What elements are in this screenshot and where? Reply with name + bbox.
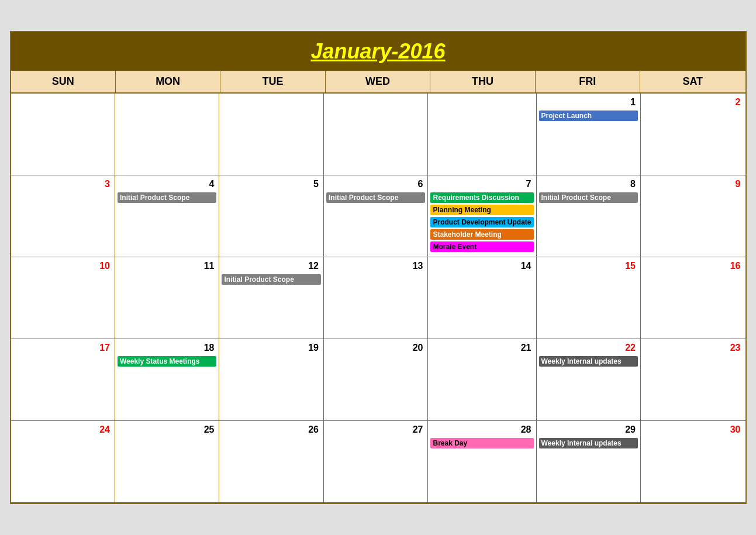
day-cell: 18Weekly Status Meetings (115, 339, 220, 421)
day-cell: 1Project Launch (537, 94, 641, 175)
day-header-tue: TUE (220, 71, 325, 92)
calendar-event[interactable]: Product Development Update (430, 217, 533, 227)
day-number: 4 (118, 178, 217, 191)
day-number: 7 (430, 178, 533, 191)
day-cell (428, 94, 536, 175)
day-cell: 10 (11, 257, 115, 339)
day-cell: 20 (324, 339, 428, 421)
calendar-grid: 1Project Launch234Initial Product Scope5… (11, 94, 745, 503)
day-number: 5 (222, 178, 321, 191)
calendar-event[interactable]: Weekly Status Meetings (118, 356, 217, 367)
day-cell: 30 (641, 421, 745, 503)
day-number: 30 (643, 423, 743, 436)
day-cell: 14 (428, 257, 536, 339)
calendar-event[interactable]: Stakeholder Meeting (430, 229, 533, 240)
day-number: 6 (326, 178, 425, 191)
day-cell: 28Break Day (428, 421, 536, 503)
day-header-sun: SUN (11, 71, 116, 92)
day-number: 19 (222, 341, 321, 354)
calendar-event[interactable]: Morale Event (430, 241, 533, 252)
calendar-event[interactable]: Initial Product Scope (222, 274, 321, 285)
day-header-thu: THU (430, 71, 535, 92)
day-header-mon: MON (116, 71, 220, 92)
calendar-header: January-2016 (11, 32, 745, 71)
day-cell: 9 (641, 175, 745, 257)
day-cell: 4Initial Product Scope (115, 175, 220, 257)
day-number: 15 (539, 260, 638, 272)
day-number: 3 (13, 178, 112, 191)
day-cell: 19 (219, 339, 324, 421)
day-number: 25 (118, 423, 217, 436)
day-cell: 11 (115, 257, 220, 339)
day-cell: 13 (324, 257, 428, 339)
calendar-event[interactable]: Weekly Internal updates (539, 438, 638, 448)
day-number: 9 (643, 178, 743, 191)
day-cell: 23 (641, 339, 745, 421)
day-number: 20 (326, 341, 425, 354)
day-number: 18 (118, 341, 217, 354)
day-number: 10 (13, 260, 112, 272)
day-cell: 16 (641, 257, 745, 339)
day-number: 13 (326, 260, 425, 272)
day-number: 28 (430, 423, 533, 436)
day-cell: 5 (219, 175, 324, 257)
day-cell: 2 (641, 94, 745, 175)
calendar-event[interactable]: Planning Meeting (430, 205, 533, 215)
day-number: 12 (222, 260, 321, 272)
day-number: 24 (13, 423, 112, 436)
day-cell: 7Requirements DiscussionPlanning Meeting… (428, 175, 536, 257)
day-cell: 22Weekly Internal updates (537, 339, 641, 421)
day-number: 2 (643, 96, 743, 109)
calendar-title: January-2016 (11, 39, 745, 64)
day-cell (11, 94, 115, 175)
day-cell (219, 94, 324, 175)
calendar-event[interactable]: Initial Product Scope (539, 192, 638, 203)
day-cell: 27 (324, 421, 428, 503)
calendar-event[interactable]: Initial Product Scope (118, 192, 217, 203)
day-cell: 21 (428, 339, 536, 421)
day-number: 27 (326, 423, 425, 436)
day-cell: 6Initial Product Scope (324, 175, 428, 257)
day-cell: 12Initial Product Scope (219, 257, 324, 339)
day-headers-row: SUNMONTUEWEDTHUFRISAT (11, 71, 745, 94)
day-number: 26 (222, 423, 321, 436)
calendar-event[interactable]: Weekly Internal updates (539, 356, 638, 367)
day-number: 1 (539, 96, 638, 109)
day-number: 17 (13, 341, 112, 354)
day-cell: 15 (537, 257, 641, 339)
day-number: 14 (430, 260, 533, 272)
day-cell: 8Initial Product Scope (537, 175, 641, 257)
day-header-sat: SAT (640, 71, 745, 92)
day-number: 21 (430, 341, 533, 354)
day-cell: 25 (115, 421, 220, 503)
calendar-event[interactable]: Project Launch (539, 111, 638, 121)
day-number: 8 (539, 178, 638, 191)
day-cell: 17 (11, 339, 115, 421)
day-cell: 29Weekly Internal updates (537, 421, 641, 503)
calendar-event[interactable]: Break Day (430, 438, 533, 448)
day-number: 16 (643, 260, 743, 272)
day-cell: 3 (11, 175, 115, 257)
calendar-event[interactable]: Requirements Discussion (430, 192, 533, 203)
calendar-event[interactable]: Initial Product Scope (326, 192, 425, 203)
day-cell: 24 (11, 421, 115, 503)
day-number: 23 (643, 341, 743, 354)
day-cell (324, 94, 428, 175)
day-number: 22 (539, 341, 638, 354)
day-header-wed: WED (326, 71, 430, 92)
calendar: January-2016 SUNMONTUEWEDTHUFRISAT 1Proj… (10, 31, 747, 504)
day-number: 11 (118, 260, 217, 272)
day-cell (115, 94, 220, 175)
day-header-fri: FRI (536, 71, 640, 92)
day-number: 29 (539, 423, 638, 436)
day-cell: 26 (219, 421, 324, 503)
